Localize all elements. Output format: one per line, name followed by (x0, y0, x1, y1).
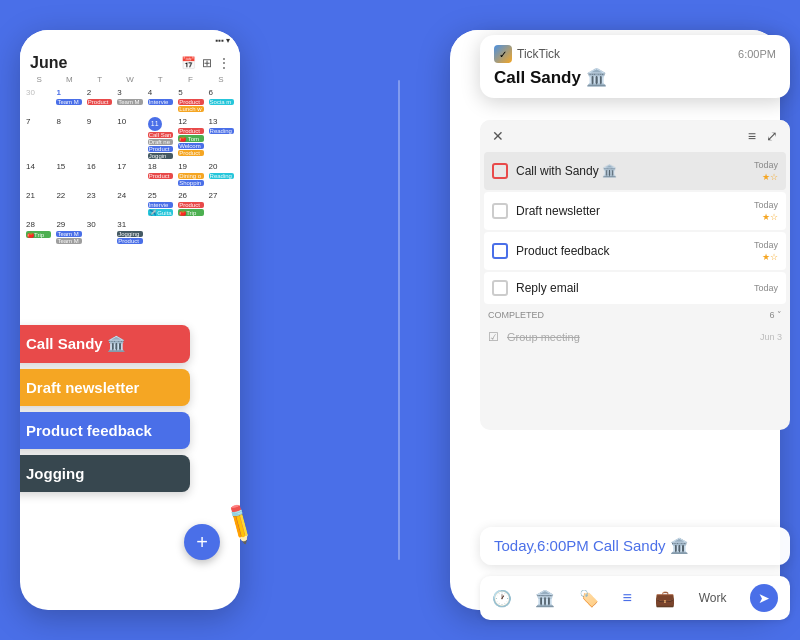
task-name-call-sandy: Call with Sandy 🏛️ (516, 164, 754, 178)
cal-cell[interactable]: 6Socia m (207, 87, 236, 115)
cal-cell[interactable]: 25Intervie✈️ Guita (146, 190, 175, 218)
cal-cell[interactable]: 20Reading (207, 161, 236, 189)
cal-cell[interactable]: 21 (24, 190, 53, 218)
cal-cell (146, 219, 175, 247)
cal-cell[interactable]: 29Team MTeam M (54, 219, 83, 247)
task-cards-overlay: Call Sandy 🏛️ Draft newsletter Product f… (20, 325, 190, 492)
cal-cell[interactable]: 11Call SanDraft neProductJoggin (146, 116, 175, 160)
task-panel-header: ✕ ≡ ⤢ (480, 120, 790, 152)
divider (398, 80, 400, 560)
cal-cell[interactable]: 30 (24, 87, 53, 115)
cal-cell[interactable]: 15 (54, 161, 83, 189)
fab-button[interactable]: + (184, 524, 220, 560)
cal-cell[interactable]: 17 (115, 161, 144, 189)
task-date-call-sandy: Today (754, 160, 778, 170)
task-date-reply: Today (754, 283, 778, 293)
check-icon: ☑ (488, 330, 499, 344)
completed-task-date: Jun 3 (760, 332, 782, 342)
cal-cell[interactable]: 10 (115, 116, 144, 160)
calendar-view-icon[interactable]: 📅 (181, 56, 196, 70)
task-card-product-feedback[interactable]: Product feedback (20, 412, 190, 449)
panel-header-right-icons: ≡ ⤢ (748, 128, 778, 144)
cal-cell[interactable]: 9 (85, 116, 114, 160)
task-checkbox-draft[interactable] (492, 203, 508, 219)
task-item-call-sandy[interactable]: Call with Sandy 🏛️ Today ★☆ (484, 152, 786, 190)
cal-cell[interactable]: 18Product (146, 161, 175, 189)
calendar-week-5: 28🍅Trip 29Team MTeam M 30 31JoggingProdu… (24, 219, 236, 247)
cal-cell[interactable]: 22 (54, 190, 83, 218)
notification-app: ✓ TickTick (494, 45, 560, 63)
toolbar-tag-icon[interactable]: 🏷️ (579, 589, 599, 608)
task-meta-reply: Today (754, 283, 778, 293)
send-button[interactable]: ➤ (750, 584, 778, 612)
calendar-grid-icon[interactable]: ⊞ (202, 56, 212, 70)
day-wed: W (115, 74, 145, 85)
cal-cell[interactable]: 7 (24, 116, 53, 160)
cal-cell[interactable]: 1Team M (54, 87, 83, 115)
cal-cell[interactable]: 26Product🍅Trip (176, 190, 205, 218)
calendar-days-header: S M T W T F S (24, 74, 236, 85)
completed-section-header: COMPLETED 6 ˅ (480, 306, 790, 324)
cal-cell[interactable]: 19Dining oShoppin (176, 161, 205, 189)
task-checkbox-reply[interactable] (492, 280, 508, 296)
cal-cell[interactable]: 23 (85, 190, 114, 218)
task-card-jogging[interactable]: Jogging (20, 455, 190, 492)
task-checkbox-call-sandy[interactable] (492, 163, 508, 179)
day-thu: T (145, 74, 175, 85)
task-item-product-feedback[interactable]: Product feedback Today ★☆ (484, 232, 786, 270)
cal-cell[interactable]: 13Reading (207, 116, 236, 160)
task-panel: ✕ ≡ ⤢ Call with Sandy 🏛️ Today ★☆ Draft … (480, 120, 790, 430)
cal-cell[interactable]: 2Product (85, 87, 114, 115)
task-list: Call with Sandy 🏛️ Today ★☆ Draft newsle… (480, 152, 790, 304)
calendar-week-1: 30 1Team M 2Product 3Team M 4Intervie 5P… (24, 87, 236, 115)
completed-task-name: Group meeting (507, 331, 580, 343)
bottom-toolbar: 🕐 🏛️ 🏷️ ≡ 💼 Work ➤ (480, 576, 790, 620)
cal-cell[interactable]: 28🍅Trip (24, 219, 53, 247)
task-meta-draft: Today ★☆ (754, 200, 778, 222)
cal-cell[interactable]: 31JoggingProduct (115, 219, 144, 247)
task-meta-product: Today ★☆ (754, 240, 778, 262)
cal-cell[interactable]: 8 (54, 116, 83, 160)
task-item-reply-email[interactable]: Reply email Today (484, 272, 786, 304)
toolbar-time-icon[interactable]: 🕐 (492, 589, 512, 608)
task-name-draft: Draft newsletter (516, 204, 754, 218)
notification-time: 6:00PM (738, 48, 776, 60)
cal-cell[interactable]: 24 (115, 190, 144, 218)
toolbar-list-icon[interactable]: ≡ (622, 589, 631, 607)
cal-cell[interactable]: 3Team M (115, 87, 144, 115)
task-name-reply: Reply email (516, 281, 754, 295)
task-item-draft-newsletter[interactable]: Draft newsletter Today ★☆ (484, 192, 786, 230)
task-stars-call-sandy: ★☆ (762, 172, 778, 182)
toolbar-briefcase-icon[interactable]: 💼 (655, 589, 675, 608)
bottom-notif-text: Today,6:00PM Call Sandy 🏛️ (494, 537, 776, 555)
panel-list-icon[interactable]: ≡ (748, 128, 756, 144)
notification-title: Call Sandy 🏛️ (494, 67, 776, 88)
cal-cell[interactable]: 16 (85, 161, 114, 189)
cal-cell[interactable]: 14 (24, 161, 53, 189)
day-mon: M (54, 74, 84, 85)
toolbar-flag-icon[interactable]: 🏛️ (535, 589, 555, 608)
send-arrow-icon: ➤ (758, 590, 770, 606)
task-meta-call-sandy: Today ★☆ (754, 160, 778, 182)
calendar-month: June (30, 54, 67, 72)
task-card-call-sandy[interactable]: Call Sandy 🏛️ (20, 325, 190, 363)
cal-cell[interactable]: 4Intervie (146, 87, 175, 115)
panel-close-icon[interactable]: ✕ (492, 128, 504, 144)
cal-cell[interactable]: 27 (207, 190, 236, 218)
completed-label: COMPLETED (488, 310, 544, 320)
cal-cell[interactable]: 12Product🍅 TomWelcomProduct (176, 116, 205, 160)
cal-cell[interactable]: 5ProductLunch w (176, 87, 205, 115)
task-name-product: Product feedback (516, 244, 754, 258)
day-tue: T (85, 74, 115, 85)
calendar-more-icon[interactable]: ⋮ (218, 56, 230, 70)
left-phone: ▪▪▪ ▾ June 📅 ⊞ ⋮ S M T W T F S 30 1Team … (20, 30, 240, 610)
task-stars-product: ★☆ (762, 252, 778, 262)
completed-item-group-meeting[interactable]: ☑ Group meeting Jun 3 (480, 324, 790, 350)
task-card-draft-newsletter[interactable]: Draft newsletter (20, 369, 190, 406)
panel-expand-icon[interactable]: ⤢ (766, 128, 778, 144)
cal-cell (207, 219, 236, 247)
app-name-label: TickTick (517, 47, 560, 61)
ticktick-icon: ✓ (494, 45, 512, 63)
task-checkbox-product[interactable] (492, 243, 508, 259)
cal-cell[interactable]: 30 (85, 219, 114, 247)
